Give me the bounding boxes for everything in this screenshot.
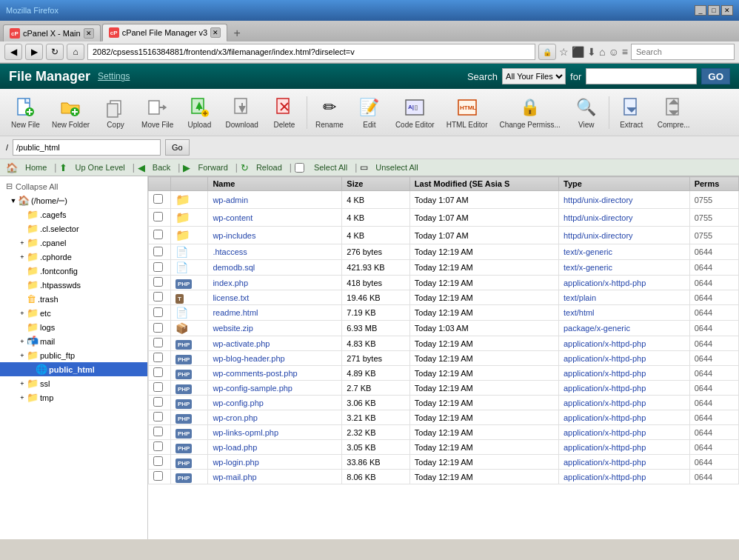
type-link[interactable]: application/x-httpd-php [564, 354, 646, 363]
type-link[interactable]: application/x-httpd-php [564, 443, 646, 452]
expand-icon-cpanel[interactable]: + [18, 239, 27, 247]
minimize-button[interactable]: _ [695, 5, 706, 16]
row-checkbox[interactable] [153, 292, 163, 301]
row-checkbox[interactable] [153, 307, 163, 317]
expand-icon-tmp[interactable]: + [18, 394, 27, 401]
tree-item-tmp[interactable]: + 📁 tmp [0, 390, 147, 404]
back-nav-button[interactable]: ◀ [4, 44, 22, 60]
row-checkbox[interactable] [153, 471, 163, 481]
reload-nav-button[interactable]: ↻ [46, 44, 64, 60]
table-row[interactable]: PHPwp-comments-post.php4.89 KBToday 12:1… [149, 366, 739, 381]
maximize-button[interactable]: □ [708, 5, 720, 16]
row-checkbox[interactable] [153, 323, 163, 333]
tree-item-cpanel[interactable]: + 📁 .cpanel [0, 236, 147, 250]
home-nav-button[interactable]: ⌂ [67, 44, 84, 60]
col-perms[interactable]: Perms [689, 177, 738, 191]
row-checkbox[interactable] [153, 247, 163, 256]
row-checkbox-cell[interactable] [149, 321, 171, 336]
window-controls[interactable]: _ □ ✕ [695, 5, 733, 16]
expand-icon-root[interactable]: ▼ [9, 197, 18, 204]
tree-item-ssl[interactable]: + 📁 ssl [0, 376, 147, 390]
tree-item-fontconfig[interactable]: 📁 .fontconfig [0, 264, 147, 278]
type-link[interactable]: httpd/unix-directory [564, 231, 633, 240]
row-checkbox-cell[interactable] [149, 191, 171, 209]
table-row[interactable]: PHPwp-config-sample.php2.7 KBToday 12:19… [149, 381, 739, 396]
row-name[interactable]: wp-blog-header.php [208, 351, 342, 366]
filename-link[interactable]: wp-config-sample.php [213, 384, 292, 393]
move-file-button[interactable]: Move File [136, 92, 178, 133]
table-row[interactable]: PHPwp-blog-header.php271 bytesToday 12:1… [149, 351, 739, 366]
row-checkbox[interactable] [153, 353, 163, 362]
view-button[interactable]: 🔍 View [567, 92, 606, 133]
row-checkbox-cell[interactable] [149, 244, 171, 260]
row-name[interactable]: wp-mail.php [208, 470, 342, 484]
row-checkbox[interactable] [153, 382, 163, 392]
html-editor-button[interactable]: HTML HTML Editor [441, 92, 493, 133]
tab-close-filemanager[interactable]: ✕ [210, 27, 221, 38]
code-editor-button[interactable]: A| [] Code Editor [390, 92, 440, 133]
type-link[interactable]: httpd/unix-directory [564, 213, 633, 222]
filename-link[interactable]: wp-content [213, 213, 253, 222]
table-row[interactable]: 📄readme.html7.19 KBToday 12:19 AMtext/ht… [149, 305, 739, 321]
row-name[interactable]: wp-login.php [208, 455, 342, 470]
row-checkbox-cell[interactable] [149, 336, 171, 351]
search-scope-select[interactable]: All Your Files Public HTML Public FTP Ma… [502, 68, 566, 84]
table-row[interactable]: PHPwp-login.php33.86 KBToday 12:19 AMapp… [149, 455, 739, 470]
row-checkbox-cell[interactable] [149, 209, 171, 227]
close-button[interactable]: ✕ [721, 5, 733, 16]
type-link[interactable]: httpd/unix-directory [564, 196, 633, 204]
type-link[interactable]: text/plain [564, 293, 596, 302]
change-perms-button[interactable]: 🔒 Change Permiss... [494, 92, 565, 133]
filename-link[interactable]: .htaccess [213, 247, 247, 256]
up-one-level-link[interactable]: Up One Level [70, 161, 129, 173]
tree-item-cl-selector[interactable]: 📁 .cl.selector [0, 221, 147, 236]
row-checkbox[interactable] [153, 456, 163, 466]
table-row[interactable]: Tlicense.txt19.46 KBToday 12:19 AMtext/p… [149, 290, 739, 305]
expand-icon-ftp[interactable]: + [18, 352, 27, 359]
row-checkbox[interactable] [153, 212, 163, 221]
row-name[interactable]: index.php [208, 276, 342, 290]
download-button[interactable]: Download [220, 92, 263, 133]
type-link[interactable]: application/x-httpd-php [564, 428, 646, 437]
row-checkbox[interactable] [153, 367, 163, 377]
row-checkbox[interactable] [153, 397, 163, 407]
table-row[interactable]: PHPwp-activate.php4.83 KBToday 12:19 AMa… [149, 336, 739, 351]
row-name[interactable]: wp-load.php [208, 440, 342, 455]
table-row[interactable]: PHPwp-mail.php8.06 KBToday 12:19 AMappli… [149, 470, 739, 484]
table-row[interactable]: PHPwp-load.php3.05 KBToday 12:19 AMappli… [149, 440, 739, 455]
extract-button[interactable]: Extract [612, 92, 651, 133]
filename-link[interactable]: wp-config.php [213, 399, 264, 407]
unselect-all-link[interactable]: Unselect All [371, 161, 422, 173]
table-row[interactable]: 📄.htaccess276 bytesToday 12:19 AMtext/x-… [149, 244, 739, 260]
filename-link[interactable]: demodb.sql [213, 263, 255, 272]
row-checkbox-cell[interactable] [149, 260, 171, 276]
edit-button[interactable]: 📝 Edit [350, 92, 389, 133]
filename-link[interactable]: wp-activate.php [213, 339, 270, 348]
filename-link[interactable]: wp-comments-post.php [213, 369, 297, 378]
tab-close-main[interactable]: ✕ [84, 28, 94, 39]
row-checkbox-cell[interactable] [149, 305, 171, 321]
expand-icon-mail[interactable]: + [18, 338, 27, 345]
table-row[interactable]: 📁wp-content4 KBToday 1:07 AMhttpd/unix-d… [149, 209, 739, 227]
row-name[interactable]: demodb.sql [208, 260, 342, 276]
user-icon[interactable]: ☺ [609, 46, 619, 58]
tree-item-mail[interactable]: + 📬 mail [0, 334, 147, 348]
row-checkbox-cell[interactable] [149, 470, 171, 484]
filename-link[interactable]: website.zip [213, 324, 253, 333]
filename-link[interactable]: wp-admin [213, 196, 248, 204]
row-checkbox-cell[interactable] [149, 440, 171, 455]
download-icon[interactable]: ⬇ [587, 46, 596, 58]
row-checkbox-cell[interactable] [149, 227, 171, 244]
type-link[interactable]: application/x-httpd-php [564, 413, 646, 422]
new-tab-button[interactable]: + [229, 25, 245, 41]
filename-link[interactable]: wp-mail.php [213, 473, 256, 481]
row-name[interactable]: wp-activate.php [208, 336, 342, 351]
filename-link[interactable]: wp-links-opml.php [213, 428, 278, 437]
filename-link[interactable]: wp-includes [213, 231, 255, 240]
row-checkbox-cell[interactable] [149, 410, 171, 425]
tree-item-cagefs[interactable]: 📁 .cagefs [0, 207, 147, 221]
type-link[interactable]: application/x-httpd-php [564, 384, 646, 393]
filename-link[interactable]: wp-load.php [213, 443, 257, 452]
row-name[interactable]: license.txt [208, 290, 342, 305]
row-checkbox-cell[interactable] [149, 381, 171, 396]
